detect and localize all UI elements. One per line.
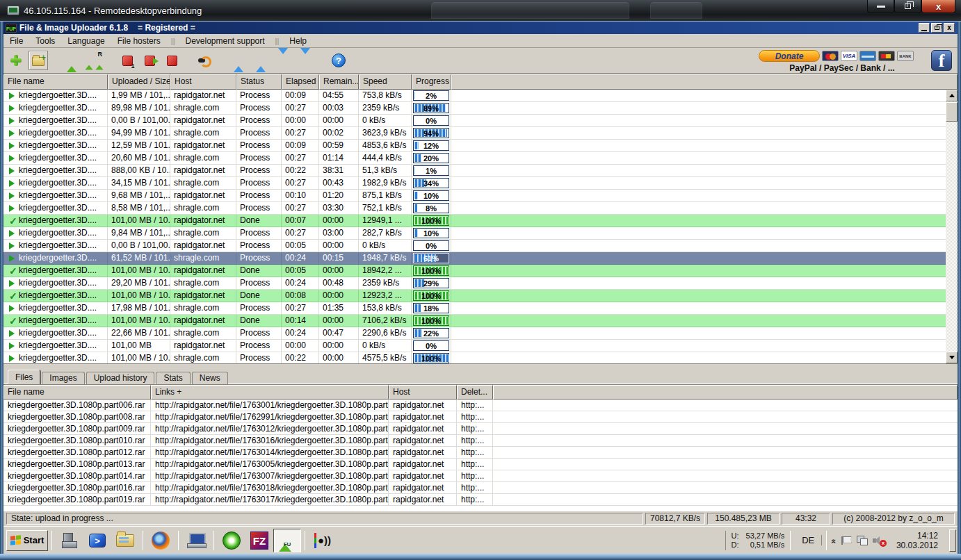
column-header-status[interactable]: Status [236, 74, 282, 90]
tray-expand-icon[interactable]: « [830, 538, 839, 542]
links-column-header-delet-[interactable]: Delet... [457, 385, 493, 400]
links-row[interactable]: kriegdergoetter.3D.1080p.part012.rarhttp… [3, 447, 958, 459]
tab-files[interactable]: Files [8, 370, 40, 384]
upload-row[interactable]: kriegdergoetter.3D....20,60 MB / 101...s… [3, 152, 946, 165]
upload-row[interactable]: kriegdergoetter.3D....8,58 MB / 101,...s… [3, 202, 946, 215]
app-minimize-button[interactable] [919, 23, 930, 33]
progress-bar: 20% [413, 153, 449, 163]
column-header-host[interactable]: Host [170, 74, 236, 90]
upload-row[interactable]: kriegdergoetter.3D....34,15 MB / 101...s… [3, 177, 946, 190]
taskbar-item-explorer[interactable] [111, 529, 139, 552]
start-upload-button[interactable] [62, 51, 81, 70]
upload-row[interactable]: kriegdergoetter.3D....9,84 MB / 101,...s… [3, 227, 946, 240]
links-row[interactable]: kriegdergoetter.3D.1080p.part008.rarhttp… [3, 411, 958, 423]
column-header-remain-[interactable]: Remain... [319, 74, 359, 90]
taskbar-item-audio[interactable]: ●)) [309, 529, 337, 552]
upload-row[interactable]: kriegdergoetter.3D....0,00 B / 101,00...… [3, 240, 946, 252]
rdp-restore-button[interactable] [894, 0, 921, 13]
cell-filler [451, 240, 946, 252]
start-all-uploads-button[interactable]: R [84, 51, 104, 70]
upload-row[interactable]: kriegdergoetter.3D....9,68 MB / 101,...r… [3, 190, 946, 202]
upload-row[interactable]: kriegdergoetter.3D....12,59 MB / 101...r… [3, 140, 946, 152]
rdp-close-button[interactable]: x [921, 0, 955, 13]
move-up-button[interactable] [251, 51, 270, 70]
upload-row[interactable]: ✓kriegdergoetter.3D....101,00 MB / 10...… [3, 265, 946, 277]
column-header-elapsed[interactable]: Elapsed [282, 74, 319, 90]
move-top-button[interactable] [229, 51, 248, 70]
scrollbar-thumb[interactable] [946, 102, 958, 122]
column-header-uploaded-size[interactable]: Uploaded / Size [108, 74, 170, 90]
help-button[interactable]: ? [329, 51, 348, 70]
action-center-flag-icon[interactable] [841, 536, 851, 545]
upload-row[interactable]: kriegdergoetter.3D....22,66 MB / 101...s… [3, 327, 946, 340]
upload-row[interactable]: kriegdergoetter.3D....94,99 MB / 101...s… [3, 127, 946, 140]
upload-row[interactable]: kriegdergoetter.3D....17,98 MB / 101...s… [3, 302, 946, 315]
taskbar-item-filezilla[interactable]: FZ [245, 529, 273, 552]
taskbar-item-computer[interactable] [182, 529, 210, 552]
move-bottom-button[interactable] [296, 51, 315, 70]
cell-filename: kriegdergoetter.3D.... [3, 240, 108, 252]
muted-speaker-icon[interactable]: x [873, 536, 885, 545]
vertical-scrollbar[interactable] [946, 90, 958, 363]
upload-row[interactable]: kriegdergoetter.3D....888,00 KB / 10...r… [3, 165, 946, 177]
start-button[interactable]: Start [6, 530, 48, 551]
links-row[interactable]: kriegdergoetter.3D.1080p.part019.rarhttp… [3, 494, 958, 506]
upload-row[interactable]: ✓kriegdergoetter.3D....101,00 MB / 10...… [3, 215, 946, 227]
settings-button[interactable] [195, 51, 215, 70]
stop-all-button[interactable] [162, 51, 181, 70]
menu-file-hosters[interactable]: File hosters [111, 36, 167, 46]
donate-button[interactable]: Donate [759, 50, 820, 62]
network-status-icon[interactable] [857, 536, 867, 545]
column-header-speed[interactable]: Speed [359, 74, 412, 90]
links-column-header-host[interactable]: Host [389, 385, 457, 400]
stop-one-button[interactable]: 1 [118, 51, 137, 70]
column-header-file-name[interactable]: File name [3, 74, 108, 90]
upload-row[interactable]: kriegdergoetter.3D....101,00 MBrapidgato… [3, 340, 946, 352]
upload-row[interactable]: kriegdergoetter.3D....1,99 MB / 101,...r… [3, 90, 946, 102]
menu-tools[interactable]: Tools [29, 36, 61, 46]
stop-and-continue-button[interactable] [140, 51, 159, 70]
upload-row[interactable]: kriegdergoetter.3D....61,52 MB / 101...s… [3, 252, 946, 265]
app-restore-button[interactable] [931, 23, 942, 33]
taskbar-item-server[interactable] [56, 529, 83, 552]
move-down-button[interactable] [273, 51, 293, 70]
show-desktop-button[interactable] [949, 529, 956, 552]
column-header-progress[interactable]: Progress [412, 74, 451, 90]
add-files-button[interactable] [6, 51, 26, 70]
scroll-down-button[interactable] [946, 352, 958, 363]
facebook-icon[interactable]: f [931, 50, 952, 71]
taskbar-item-uploader-active[interactable]: FU [273, 529, 301, 552]
upload-row[interactable]: kriegdergoetter.3D....101,00 MB / 10...s… [3, 352, 946, 363]
taskbar-item-powershell[interactable]: > [83, 529, 111, 552]
menu-language[interactable]: Language [61, 36, 111, 46]
tab-news[interactable]: News [192, 372, 228, 384]
upload-row[interactable]: kriegdergoetter.3D....0,00 B / 101,00...… [3, 115, 946, 127]
links-row[interactable]: kriegdergoetter.3D.1080p.part009.rarhttp… [3, 423, 958, 435]
links-column-header-file-name[interactable]: File name [3, 385, 151, 400]
taskbar-item-firefox[interactable] [147, 529, 175, 552]
links-row[interactable]: kriegdergoetter.3D.1080p.part014.rarhttp… [3, 470, 958, 482]
menu-file[interactable]: File [3, 36, 29, 46]
tab-images[interactable]: Images [42, 372, 84, 384]
taskbar-item-media[interactable] [218, 529, 245, 552]
upload-row[interactable]: ✓kriegdergoetter.3D....101,00 MB / 10...… [3, 315, 946, 327]
menu-help[interactable]: Help [283, 36, 313, 46]
links-column-header-links-[interactable]: Links + [151, 385, 389, 400]
tab-stats[interactable]: Stats [156, 372, 190, 384]
app-close-button[interactable]: x [944, 23, 955, 33]
links-row[interactable]: kriegdergoetter.3D.1080p.part013.rarhttp… [3, 459, 958, 470]
links-row[interactable]: kriegdergoetter.3D.1080p.part010.rarhttp… [3, 435, 958, 447]
links-row[interactable]: kriegdergoetter.3D.1080p.part016.rarhttp… [3, 482, 958, 494]
links-row[interactable]: kriegdergoetter.3D.1080p.part006.rarhttp… [3, 400, 958, 411]
tab-upload-history[interactable]: Upload history [86, 372, 155, 384]
add-folder-button[interactable] [29, 51, 48, 70]
tray-clock[interactable]: 14:12 30.03.2012 [891, 531, 944, 550]
upload-row[interactable]: kriegdergoetter.3D....89,98 MB / 101...s… [3, 102, 946, 115]
upload-row[interactable]: ✓kriegdergoetter.3D....101,00 MB / 10...… [3, 290, 946, 302]
language-indicator[interactable]: DE [795, 535, 822, 545]
menu-development-support[interactable]: Development support [179, 36, 271, 46]
rdp-minimize-button[interactable] [867, 0, 894, 13]
scroll-up-button[interactable] [946, 90, 958, 101]
progress-bar: 0% [413, 115, 449, 126]
upload-row[interactable]: kriegdergoetter.3D....29,20 MB / 101...s… [3, 277, 946, 290]
